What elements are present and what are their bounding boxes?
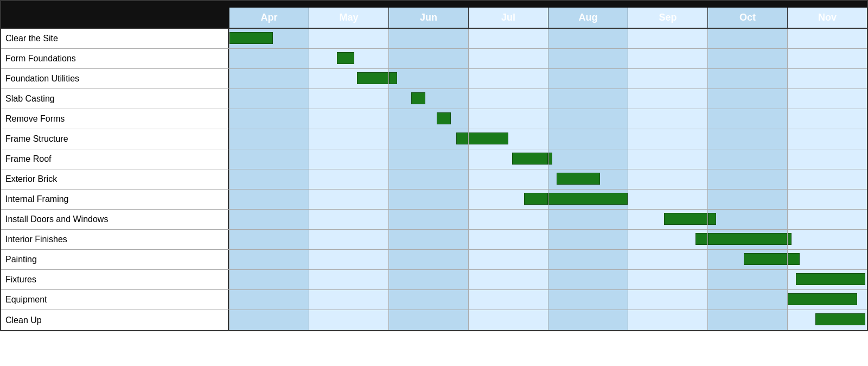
header-jun: Jun	[388, 8, 468, 28]
row-cell	[787, 250, 867, 269]
row-cell	[707, 69, 787, 89]
table-row: Remove Forms	[1, 109, 867, 129]
row-cell	[628, 290, 707, 310]
gantt-chart: Apr May Jun Jul Aug Sep Oct Nov Clear th…	[0, 0, 868, 331]
row-cell	[548, 270, 628, 289]
row-cell	[309, 129, 388, 149]
gantt-bar	[557, 173, 600, 185]
gantt-body: Clear the SiteForm FoundationsFoundation…	[1, 29, 867, 330]
gantt-bar	[788, 293, 857, 305]
row-label: Clear the Site	[1, 29, 229, 48]
row-cell	[628, 149, 707, 169]
row-cell	[229, 169, 309, 189]
gantt-bar	[437, 112, 451, 124]
row-cell	[628, 169, 707, 189]
row-cell	[787, 310, 867, 330]
row-cell	[548, 290, 628, 310]
gantt-bar	[357, 72, 388, 84]
gantt-bar	[664, 213, 707, 225]
row-cell	[309, 49, 388, 68]
row-cell	[229, 149, 309, 169]
gantt-bar	[229, 32, 273, 44]
row-cell	[468, 109, 548, 129]
row-cell	[787, 49, 867, 68]
row-cell	[229, 49, 309, 68]
row-cell	[388, 169, 468, 189]
row-label: Fixtures	[1, 270, 229, 289]
table-row: Clear the Site	[1, 29, 867, 49]
row-cell	[388, 290, 468, 310]
gantt-bar	[456, 132, 468, 144]
row-cell	[628, 29, 707, 48]
row-cell	[229, 69, 309, 89]
header-nov: Nov	[787, 8, 867, 28]
row-cell	[468, 89, 548, 109]
gantt-bar	[548, 193, 628, 205]
gantt-bar	[337, 52, 354, 64]
row-cell	[468, 149, 548, 169]
row-cell	[707, 210, 787, 229]
row-cell	[787, 169, 867, 189]
row-cell	[707, 250, 787, 269]
row-label: Painting	[1, 250, 229, 269]
row-cell	[229, 210, 309, 229]
gantt-bar	[469, 132, 508, 144]
description-header	[1, 8, 229, 28]
table-row: Frame Roof	[1, 149, 867, 169]
row-cell	[309, 109, 388, 129]
row-cell	[628, 190, 707, 209]
row-cell	[628, 230, 707, 249]
row-cell	[229, 89, 309, 109]
row-cell	[707, 270, 787, 289]
table-row: Clean Up	[1, 310, 867, 330]
row-cell	[388, 190, 468, 209]
row-cell	[229, 230, 309, 249]
row-cell	[309, 290, 388, 310]
row-cell	[787, 270, 867, 289]
row-cell	[229, 29, 309, 48]
row-label: Interior Finishes	[1, 230, 229, 249]
row-cell	[548, 169, 628, 189]
row-cell	[468, 310, 548, 330]
row-cell	[309, 29, 388, 48]
row-cell	[468, 210, 548, 229]
row-cell	[229, 109, 309, 129]
row-cell	[548, 250, 628, 269]
header-oct: Oct	[707, 8, 787, 28]
row-cell	[707, 149, 787, 169]
row-cell	[309, 89, 388, 109]
row-cell	[787, 290, 867, 310]
row-cell	[468, 169, 548, 189]
row-cell	[548, 190, 628, 209]
gantt-bar	[744, 253, 787, 265]
row-cell	[229, 250, 309, 269]
row-cell	[309, 149, 388, 169]
row-cell	[787, 210, 867, 229]
row-cell	[229, 190, 309, 209]
row-cell	[388, 129, 468, 149]
row-cell	[388, 109, 468, 129]
gantt-bar	[708, 233, 787, 245]
gantt-header: Apr May Jun Jul Aug Sep Oct Nov	[1, 8, 867, 29]
row-cell	[388, 89, 468, 109]
row-cell	[388, 149, 468, 169]
gantt-bar	[524, 193, 548, 205]
row-cell	[309, 210, 388, 229]
gantt-bar	[548, 153, 552, 165]
row-cell	[388, 29, 468, 48]
row-cell	[628, 49, 707, 68]
table-row: Frame Structure	[1, 129, 867, 149]
row-cell	[468, 129, 548, 149]
row-cell	[309, 169, 388, 189]
row-cell	[388, 250, 468, 269]
header-jul: Jul	[468, 8, 548, 28]
row-cell	[468, 29, 548, 48]
row-cell	[229, 290, 309, 310]
row-cell	[388, 270, 468, 289]
table-row: Slab Casting	[1, 89, 867, 109]
row-cell	[787, 109, 867, 129]
row-cell	[787, 29, 867, 48]
row-cell	[548, 89, 628, 109]
row-cell	[787, 230, 867, 249]
row-cell	[548, 230, 628, 249]
